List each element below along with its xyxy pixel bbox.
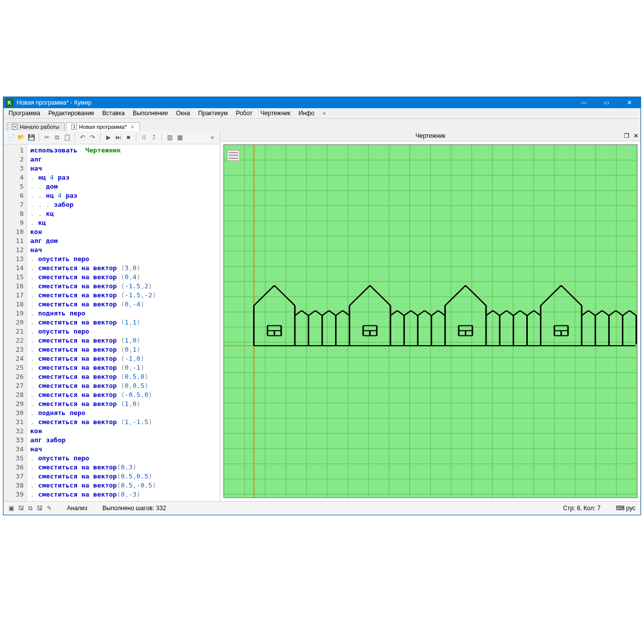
titlebar[interactable]: K Новая программа* - Кумир — ▭ ✕ xyxy=(4,97,640,108)
menu-Инфо[interactable]: Инфо xyxy=(295,109,317,117)
open-file-icon[interactable]: 📂 xyxy=(17,133,26,142)
tab-bar: ~Начало работы1Новая программа*✕ xyxy=(4,119,640,131)
stop-icon[interactable]: ■ xyxy=(124,133,133,142)
new-file-icon[interactable]: 📄 xyxy=(7,133,16,142)
run-icon[interactable]: ▶ xyxy=(104,133,113,142)
cut-icon[interactable]: ✂ xyxy=(42,133,51,142)
layout-a-icon[interactable]: ▥ xyxy=(165,133,174,142)
status-icon[interactable]: ✎ xyxy=(47,505,52,512)
steps-label: Выполнено шагов: 332 xyxy=(103,505,167,512)
overflow-icon[interactable]: » xyxy=(208,133,217,142)
toolbar: 📄 📂 💾 ✂ ⧉ 📋 ↶ ↷ ▶ ⏭ ■ ⁞⁞ ⤴ ▥ ▦ xyxy=(4,131,220,144)
menu-Практикум[interactable]: Практикум xyxy=(195,109,231,117)
drawing-canvas[interactable] xyxy=(223,144,637,498)
menu-Окна[interactable]: Окна xyxy=(173,109,193,117)
menu-Программа[interactable]: Программа xyxy=(6,109,43,117)
tab[interactable]: ~Начало работы xyxy=(7,122,65,131)
menu-more[interactable]: » xyxy=(319,109,329,117)
undo-icon[interactable]: ↶ xyxy=(78,133,87,142)
status-icon[interactable]: 🖫 xyxy=(18,505,24,512)
status-bar: ▣ 🖫 ⧉ 🖫 ✎ Анализ Выполнено шагов: 332 Ст… xyxy=(4,501,640,515)
paste-icon[interactable]: 📋 xyxy=(62,133,71,142)
panel-close-icon[interactable]: ✕ xyxy=(633,132,638,139)
menu-Робот[interactable]: Робот xyxy=(233,109,256,117)
close-button[interactable]: ✕ xyxy=(618,97,640,108)
code-area[interactable]: использовать Чертежникалгнач. нц 4 раз. … xyxy=(27,144,220,501)
menu-Чертежник[interactable]: Чертежник xyxy=(258,109,294,117)
tab-close-icon[interactable]: ✕ xyxy=(130,124,134,130)
minimize-button[interactable]: — xyxy=(573,97,595,108)
cursor-pos: Стр: 8, Кол: 7 xyxy=(563,505,601,512)
copy-icon[interactable]: ⧉ xyxy=(52,133,61,142)
maximize-button[interactable]: ▭ xyxy=(595,97,618,108)
panel-maximize-icon[interactable]: ❐ xyxy=(624,132,629,139)
status-icon[interactable]: 🖫 xyxy=(37,505,43,512)
status-icon[interactable]: ▣ xyxy=(9,505,14,512)
redo-icon[interactable]: ↷ xyxy=(88,133,97,142)
canvas-menu-icon[interactable] xyxy=(227,150,240,161)
tool-b-icon[interactable]: ⤴ xyxy=(149,133,158,142)
analysis-label: Анализ xyxy=(67,505,88,512)
window-title: Новая программа* - Кумир xyxy=(17,99,92,106)
tool-a-icon[interactable]: ⁞⁞ xyxy=(139,133,148,142)
line-gutter: 1234567891011121314151617181920212223242… xyxy=(4,144,27,501)
save-file-icon[interactable]: 💾 xyxy=(27,133,36,142)
lang-indicator: ⌨рус xyxy=(616,505,635,512)
menu-Вставка[interactable]: Вставка xyxy=(99,109,128,117)
step-icon[interactable]: ⏭ xyxy=(114,133,123,142)
menu-Выполнение[interactable]: Выполнение xyxy=(130,109,171,117)
menubar: ПрограммаРедактированиеВставкаВыполнение… xyxy=(4,108,640,119)
app-icon: K xyxy=(6,99,14,107)
menu-Редактирование[interactable]: Редактирование xyxy=(45,109,97,117)
code-editor[interactable]: 1234567891011121314151617181920212223242… xyxy=(4,144,220,501)
tab[interactable]: 1Новая программа*✕ xyxy=(66,122,140,131)
draw-panel-title: Чертежник ❐ ✕ xyxy=(220,131,640,141)
app-window: K Новая программа* - Кумир — ▭ ✕ Програм… xyxy=(3,97,641,515)
layout-b-icon[interactable]: ▦ xyxy=(175,133,184,142)
status-icon[interactable]: ⧉ xyxy=(28,505,33,512)
